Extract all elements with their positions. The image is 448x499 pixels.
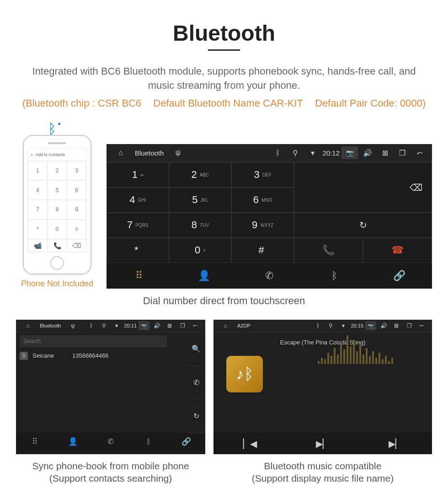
key-4[interactable]: 4GHI bbox=[107, 188, 169, 213]
contact-number: 13566664466 bbox=[72, 352, 109, 359]
usb-icon: ψ bbox=[170, 145, 186, 161]
home-icon[interactable]: ⌂ bbox=[113, 145, 128, 161]
statusbar-clock: 20:12 bbox=[322, 149, 340, 157]
wifi-icon: ▾ bbox=[305, 145, 320, 161]
intro-text: Integrated with BC6 Bluetooth module, su… bbox=[25, 64, 423, 93]
tab-bluetooth[interactable]: ᛒ bbox=[129, 433, 167, 451]
dialer-tabs: ⠿ 👤 ✆ ᛒ 🔗 bbox=[107, 263, 432, 289]
contact-avatar: S bbox=[20, 352, 28, 360]
phone-column: ᛒ⠁ ＋ Add to Contacts 123 456 789 *0# bbox=[16, 121, 98, 289]
tab-keypad[interactable]: ⠿ bbox=[107, 263, 171, 289]
back-icon[interactable]: ⤺ bbox=[412, 145, 427, 161]
dial-keypad: 1∞ 2ABC 3DEF 4GHI 5JKL 6MNO 7PQRS 8TUV 9… bbox=[107, 162, 294, 263]
title-underline bbox=[208, 49, 240, 51]
key-7[interactable]: 7PQRS bbox=[107, 213, 169, 238]
refresh-button[interactable]: ↻ bbox=[294, 213, 432, 238]
music-panel: ⌂ A2DP ᛒ ⚲ ▾ 20:15 📷 🔊 ⊠ ❐ ⤺ bbox=[213, 320, 432, 485]
key-6[interactable]: 6MNO bbox=[231, 188, 294, 213]
key-3[interactable]: 3DEF bbox=[231, 162, 294, 188]
volume-icon[interactable]: 🔊 bbox=[360, 145, 375, 161]
bluetooth-signal-icon: ᛒ⠁ bbox=[16, 121, 98, 137]
tab-link[interactable]: 🔗 bbox=[367, 263, 432, 289]
volume-icon[interactable]: 🔊 bbox=[378, 320, 389, 331]
page-title: Bluetooth bbox=[16, 21, 432, 46]
screenshot-icon[interactable]: 📷 bbox=[139, 321, 149, 330]
album-art-icon: ♪ᛒ bbox=[226, 356, 263, 392]
back-icon[interactable]: ⤺ bbox=[416, 320, 427, 331]
key-2[interactable]: 2ABC bbox=[169, 162, 232, 188]
bluetooth-icon: ᛒ bbox=[312, 320, 323, 331]
statusbar-clock: 20:11 bbox=[124, 323, 137, 328]
home-icon[interactable]: ⌂ bbox=[22, 320, 33, 331]
tab-calllog[interactable]: ✆ bbox=[237, 263, 302, 289]
usb-icon: ψ bbox=[67, 320, 78, 331]
contact-row[interactable]: S Seicane 13566664466 bbox=[20, 352, 183, 360]
spec-chip: (Bluetooth chip : CSR BC6 bbox=[22, 97, 141, 109]
backspace-icon[interactable]: ⌫ bbox=[410, 182, 422, 193]
music-caption: Bluetooth music compatible (Support disp… bbox=[213, 460, 432, 485]
volume-icon[interactable]: 🔊 bbox=[151, 320, 162, 331]
spec-line: (Bluetooth chip : CSR BC6 Default Blueto… bbox=[16, 97, 432, 109]
phone-keypad: 123 456 789 *0# bbox=[28, 161, 86, 239]
dialer-headunit: ⌂ Bluetooth ψ ᛒ ⚲ ▾ 20:12 📷 🔊 ⊠ ❐ ⤺ bbox=[107, 144, 432, 289]
tab-bluetooth[interactable]: ᛒ bbox=[302, 263, 367, 289]
play-pause-button[interactable]: ▶▏ bbox=[286, 433, 359, 454]
screenshot-icon[interactable]: 📷 bbox=[341, 146, 358, 159]
dialer-caption: Dial number direct from touchscreen bbox=[16, 295, 432, 307]
recents-icon[interactable]: ❐ bbox=[177, 320, 188, 331]
statusbar-title: Bluetooth bbox=[40, 323, 61, 328]
equalizer bbox=[318, 332, 432, 364]
close-icon[interactable]: ⊠ bbox=[377, 145, 393, 161]
call-button[interactable]: 📞 bbox=[294, 238, 363, 263]
phonebook-panel: ⌂ Bluetooth ψ ᛒ ⚲ ▾ 20:11 📷 🔊 ⊠ ❐ ⤺ bbox=[16, 320, 205, 485]
key-hash[interactable]: # bbox=[231, 238, 294, 263]
refresh-icon[interactable]: ↻ bbox=[187, 399, 205, 433]
bluetooth-icon: ᛒ bbox=[270, 145, 286, 161]
key-star[interactable]: * bbox=[107, 238, 169, 263]
recents-icon[interactable]: ❐ bbox=[395, 145, 410, 161]
search-icon[interactable]: 🔍 bbox=[187, 333, 205, 366]
call-icon[interactable]: ✆ bbox=[187, 366, 205, 399]
screenshot-icon[interactable]: 📷 bbox=[365, 321, 376, 330]
statusbar-title: A2DP bbox=[237, 323, 251, 328]
key-1[interactable]: 1∞ bbox=[107, 162, 169, 188]
recents-icon[interactable]: ❐ bbox=[404, 320, 415, 331]
tab-keypad[interactable]: ⠿ bbox=[16, 433, 54, 451]
close-icon[interactable]: ⊠ bbox=[391, 320, 402, 331]
search-input[interactable] bbox=[20, 335, 167, 347]
key-0[interactable]: 0+ bbox=[169, 238, 232, 263]
tab-contacts[interactable]: 👤 bbox=[171, 263, 236, 289]
prev-track-button[interactable]: ▏◀ bbox=[213, 433, 286, 454]
contact-name: Seicane bbox=[32, 352, 54, 359]
tab-link[interactable]: 🔗 bbox=[167, 433, 205, 451]
location-icon: ⚲ bbox=[325, 320, 336, 331]
statusbar-title: Bluetooth bbox=[135, 149, 164, 157]
smartphone-mock: ＋ Add to Contacts 123 456 789 *0# 📹 📞 ⌫ bbox=[23, 135, 91, 274]
hangup-button[interactable]: ☎ bbox=[363, 238, 432, 263]
tab-calllog[interactable]: ✆ bbox=[92, 433, 130, 451]
phonebook-caption: Sync phone-book from mobile phone (Suppo… bbox=[16, 460, 205, 485]
tab-contacts[interactable]: 👤 bbox=[54, 433, 92, 451]
bluetooth-icon: ᛒ bbox=[85, 320, 96, 331]
phone-not-included-label: Phone Not Included bbox=[16, 279, 98, 289]
number-display: ⌫ bbox=[294, 162, 432, 213]
wifi-icon: ▾ bbox=[111, 320, 122, 331]
next-track-button[interactable]: ▶▏ bbox=[359, 433, 432, 454]
location-icon: ⚲ bbox=[288, 145, 303, 161]
close-icon[interactable]: ⊠ bbox=[164, 320, 175, 331]
key-8[interactable]: 8TUV bbox=[169, 213, 232, 238]
statusbar-clock: 20:15 bbox=[351, 323, 363, 328]
spec-name: Default Bluetooth Name CAR-KIT bbox=[153, 97, 303, 109]
home-icon[interactable]: ⌂ bbox=[220, 320, 231, 331]
back-icon[interactable]: ⤺ bbox=[190, 320, 201, 331]
dialer-statusbar: ⌂ Bluetooth ψ ᛒ ⚲ ▾ 20:12 📷 🔊 ⊠ ❐ ⤺ bbox=[107, 144, 432, 162]
phone-add-contacts: Add to Contacts bbox=[36, 152, 65, 157]
location-icon: ⚲ bbox=[98, 320, 109, 331]
spec-code: Default Pair Code: 0000) bbox=[315, 97, 426, 109]
key-5[interactable]: 5JKL bbox=[169, 188, 232, 213]
wifi-icon: ▾ bbox=[338, 320, 349, 331]
key-9[interactable]: 9WXYZ bbox=[231, 213, 294, 238]
